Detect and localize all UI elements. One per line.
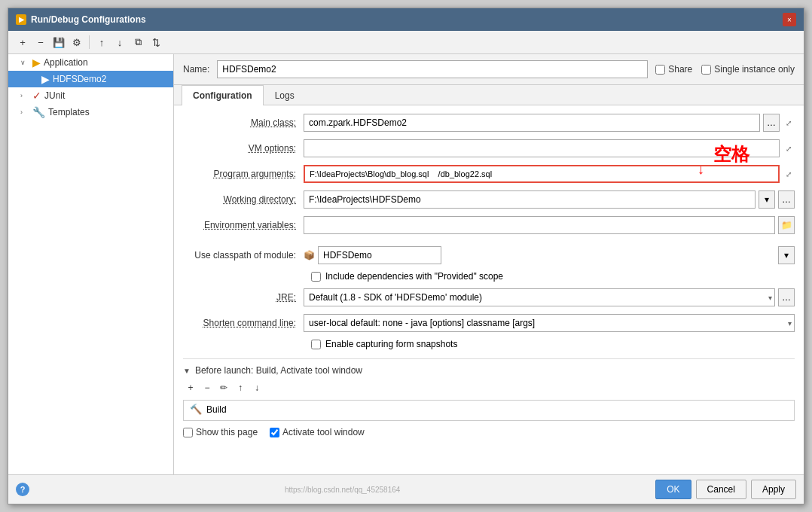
env-vars-browse-btn[interactable]: 📁 xyxy=(778,216,795,234)
launch-edit-btn[interactable]: ✏ xyxy=(216,380,231,395)
ok-button[interactable]: OK xyxy=(655,480,691,499)
working-dir-select-wrap xyxy=(304,190,756,209)
launch-up-btn[interactable]: ↑ xyxy=(233,380,248,395)
classpath-dropdown-btn[interactable]: ▾ xyxy=(778,246,795,264)
launch-add-btn[interactable]: + xyxy=(183,380,198,395)
program-args-label: Program arguments: xyxy=(183,169,304,179)
vm-options-input[interactable] xyxy=(304,139,780,157)
program-args-row: Program arguments: 空格 ↓ ⤢ xyxy=(183,164,795,184)
title-bar: ▶ Run/Debug Configurations × xyxy=(8,8,804,31)
classpath-input[interactable] xyxy=(318,246,441,264)
include-deps-checkbox[interactable] xyxy=(311,272,321,282)
add-config-button[interactable]: + xyxy=(14,34,31,50)
dialog-title: Run/Debug Configurations xyxy=(31,14,146,25)
share-checkbox-label[interactable]: Share xyxy=(655,64,692,75)
working-dir-input[interactable] xyxy=(304,190,756,209)
toolbar: + − 💾 ⚙ ↑ ↓ ⧉ ⇅ xyxy=(8,31,804,54)
working-dir-wrap: ▾ … xyxy=(304,190,795,209)
templates-icon: 🔧 xyxy=(32,106,45,118)
settings-button[interactable]: ⚙ xyxy=(69,34,85,50)
sidebar-item-hdfsdemo2[interactable]: ▶ HDFSDemo2 xyxy=(8,71,173,87)
activate-tool-label[interactable]: Activate tool window xyxy=(270,427,365,437)
shorten-cmd-wrap: ▾ xyxy=(304,314,795,332)
run-debug-dialog: ▶ Run/Debug Configurations × + − 💾 ⚙ ↑ ↓… xyxy=(8,8,804,504)
single-instance-label: Single instance only xyxy=(714,64,795,75)
bottom-bar: ? https://blog.csdn.net/qq_45258164 OK C… xyxy=(8,474,804,504)
launch-remove-btn[interactable]: − xyxy=(200,380,215,395)
copy-button[interactable]: ⧉ xyxy=(130,34,146,50)
main-content: ∨ ▶ Application ▶ HDFSDemo2 › ✓ JUnit › … xyxy=(8,54,804,474)
tab-logs[interactable]: Logs xyxy=(264,85,306,105)
launch-toolbar: + − ✏ ↑ ↓ xyxy=(183,380,795,395)
close-button[interactable]: × xyxy=(783,13,796,26)
sidebar-item-junit[interactable]: › ✓ JUnit xyxy=(8,87,173,104)
activate-tool-checkbox[interactable] xyxy=(270,428,279,437)
config-area: Main class: … ⤢ VM options: ⤢ xyxy=(174,105,804,474)
activate-tool-text: Activate tool window xyxy=(282,427,365,437)
hdfsdemo2-label: HDFSDemo2 xyxy=(53,74,106,84)
before-launch-collapse-icon[interactable]: ▼ xyxy=(183,367,191,375)
working-dir-browse-btn[interactable]: … xyxy=(778,190,795,209)
share-area: Share Single instance only xyxy=(655,64,795,75)
name-bar: Name: Share Single instance only xyxy=(174,54,804,85)
program-args-input[interactable] xyxy=(304,165,780,183)
app-arrow: ∨ xyxy=(20,59,29,66)
env-vars-input[interactable] xyxy=(304,216,775,234)
module-row: 📦 xyxy=(304,246,441,264)
launch-list: 🔨 Build xyxy=(183,400,795,421)
help-icon[interactable]: ? xyxy=(16,483,29,496)
sidebar-item-templates[interactable]: › 🔧 Templates xyxy=(8,104,173,120)
sidebar-item-application[interactable]: ∨ ▶ Application xyxy=(8,54,173,71)
classpath-label: Use classpath of module: xyxy=(183,250,304,261)
main-class-input[interactable] xyxy=(304,114,760,132)
jre-input[interactable] xyxy=(304,288,775,306)
working-dir-dropdown-btn[interactable]: ▾ xyxy=(759,190,775,209)
show-page-text: Show this page xyxy=(196,427,258,437)
before-launch-title: Before launch: Build, Activate tool wind… xyxy=(195,365,362,376)
single-instance-checkbox[interactable] xyxy=(701,65,711,75)
launch-down-btn[interactable]: ↓ xyxy=(249,380,264,395)
name-input[interactable] xyxy=(217,60,648,78)
single-instance-checkbox-label[interactable]: Single instance only xyxy=(701,64,795,75)
bottom-checkboxes: Show this page Activate tool window xyxy=(183,427,795,437)
jre-dots-btn[interactable]: … xyxy=(778,288,795,306)
tabs-bar: Configuration Logs xyxy=(174,85,804,105)
share-checkbox[interactable] xyxy=(655,65,665,75)
env-vars-row: Environment variables: 📁 xyxy=(183,215,795,235)
remove-config-button[interactable]: − xyxy=(32,34,49,50)
before-launch-header: ▼ Before launch: Build, Activate tool wi… xyxy=(183,365,795,376)
down-button[interactable]: ↓ xyxy=(111,34,128,50)
enable-form-label: Enable capturing form snapshots xyxy=(325,339,457,349)
main-class-label: Main class: xyxy=(183,117,304,128)
sort-button[interactable]: ⇅ xyxy=(148,34,164,50)
classpath-select-wrap: 📦 xyxy=(304,246,775,264)
show-page-label[interactable]: Show this page xyxy=(183,427,258,437)
working-dir-row: Working directory: ▾ … xyxy=(183,190,795,209)
save-config-button[interactable]: 💾 xyxy=(50,34,67,50)
title-bar-left: ▶ Run/Debug Configurations xyxy=(16,14,146,25)
shorten-cmd-input[interactable] xyxy=(304,314,795,332)
classpath-wrap: 📦 ▾ xyxy=(304,246,795,264)
vm-options-expand-btn[interactable]: ⤢ xyxy=(783,142,795,154)
env-vars-label: Environment variables: xyxy=(183,220,304,230)
main-class-dots-btn[interactable]: … xyxy=(763,114,780,132)
dialog-icon: ▶ xyxy=(16,14,26,25)
enable-form-row: Enable capturing form snapshots xyxy=(183,339,795,349)
junit-icon: ✓ xyxy=(32,90,41,102)
enable-form-checkbox[interactable] xyxy=(311,340,321,349)
vm-options-wrap: ⤢ xyxy=(304,139,795,157)
working-dir-label: Working directory: xyxy=(183,194,304,205)
tab-configuration[interactable]: Configuration xyxy=(182,85,264,105)
main-class-row: Main class: … ⤢ xyxy=(183,113,795,133)
cancel-button[interactable]: Cancel xyxy=(696,480,746,499)
apply-button[interactable]: Apply xyxy=(751,480,796,499)
program-args-expand-btn[interactable]: ⤢ xyxy=(783,168,795,180)
launch-build-item: 🔨 Build xyxy=(184,401,794,418)
show-page-checkbox[interactable] xyxy=(183,428,193,437)
hdfsdemo2-icon: ▶ xyxy=(41,73,50,85)
vm-options-label: VM options: xyxy=(183,143,304,154)
main-class-expand-btn[interactable]: ⤢ xyxy=(783,117,795,129)
up-button[interactable]: ↑ xyxy=(93,34,110,50)
toolbar-separator xyxy=(89,35,90,49)
templates-label: Templates xyxy=(48,107,90,117)
